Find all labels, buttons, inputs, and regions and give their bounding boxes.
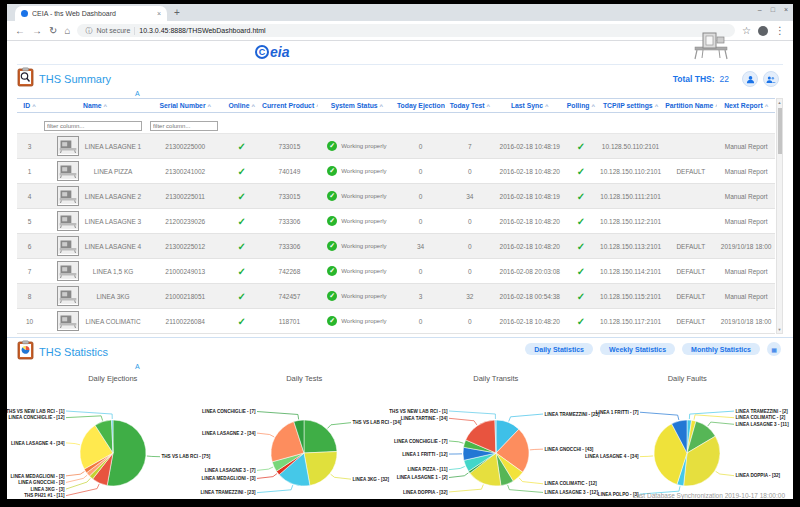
machine-thumbnail	[57, 161, 79, 181]
address-bar[interactable]: ⓘ Not secure 10.3.0.45:8888/THSWebDashbo…	[77, 24, 735, 37]
back-icon[interactable]: ←	[15, 26, 25, 36]
table-row[interactable]: 1LINEA PIZZA21300241002✓740149✓Working p…	[17, 159, 775, 184]
maximize-icon[interactable]: □	[771, 6, 775, 13]
column-header[interactable]: TCP/IP settings^	[597, 99, 664, 113]
chart-title: Daily Tests	[209, 374, 401, 383]
column-header[interactable]: Partition Name^	[664, 99, 717, 113]
forward-icon[interactable]: →	[32, 26, 42, 36]
stat-button-monthly[interactable]: Monthly Statistics	[682, 343, 760, 355]
menu-icon[interactable]: ⋮	[775, 26, 785, 36]
filter-cell	[17, 113, 42, 134]
statistics-options-button[interactable]: ▦	[767, 342, 781, 356]
column-header[interactable]: Next Report^	[717, 99, 775, 113]
column-header[interactable]: Polling^	[565, 99, 597, 113]
column-header[interactable]: Today Test^	[445, 99, 494, 113]
cell-polling: ✓	[565, 134, 597, 159]
user-button[interactable]	[742, 71, 758, 87]
sort-caret-icon[interactable]: ^	[655, 103, 659, 109]
bookmark-icon[interactable]: ☆	[742, 26, 751, 36]
filter-name-input[interactable]	[44, 121, 142, 131]
cell-tcpip: 10.128.150.113:2101	[597, 234, 664, 259]
stat-button-daily[interactable]: Daily Statistics	[525, 343, 593, 355]
status-ok-icon: ✓	[327, 266, 337, 276]
cell-next-report: Manual Report	[717, 259, 775, 284]
label-leader-line	[449, 418, 477, 425]
sort-caret-icon[interactable]: ^	[591, 103, 595, 109]
column-header[interactable]: ID^	[17, 99, 42, 113]
sort-caret-icon[interactable]: ^	[316, 103, 318, 109]
stat-button-weekly[interactable]: Weekly Statistics	[600, 343, 675, 355]
cell-next-report: Manual Report	[717, 284, 775, 309]
filter-cell	[42, 113, 148, 134]
cell-next-report: Manual Report	[717, 134, 775, 159]
cell-next-report: Manual Report	[717, 159, 775, 184]
minimize-icon[interactable]: –	[758, 6, 762, 13]
check-icon: ✓	[238, 166, 246, 177]
cell-name: LINEA LASAGNE 2	[42, 184, 148, 209]
cell-status: ✓Working properly	[318, 159, 396, 184]
new-tab-button[interactable]: +	[174, 7, 180, 18]
tab-title: CEIA - ths Web Dashboard	[32, 10, 153, 17]
info-icon[interactable]: ⓘ	[85, 26, 92, 36]
cell-ejection: 0	[396, 209, 445, 234]
column-header[interactable]: Last Sync^	[494, 99, 564, 113]
column-header[interactable]: Name^	[42, 99, 148, 113]
status-ok-icon: ✓	[327, 191, 337, 201]
sort-caret-icon[interactable]: ^	[252, 103, 256, 109]
table-row[interactable]: 6LINEA LASAGNE 421300225012✓733306✓Worki…	[17, 234, 775, 259]
machine-thumbnail	[57, 311, 79, 331]
table-row[interactable]: 7LINEA 1,5 KG21000249013✓742268✓Working …	[17, 259, 775, 284]
filter-serial-input[interactable]	[150, 121, 217, 131]
scroll-down-icon[interactable]: ▼	[777, 327, 782, 332]
table-row[interactable]: 4LINEA LASAGNE 221300225011✓733015✓Worki…	[17, 184, 775, 209]
machine-thumbnail	[57, 211, 79, 231]
home-icon[interactable]: ⌂	[64, 26, 70, 36]
tab-close-icon[interactable]: ×	[157, 10, 161, 17]
sort-caret-icon[interactable]: ^	[380, 103, 384, 109]
pie-label: LINEA CONCHIGLIE - [7]	[202, 409, 256, 414]
browser-tab[interactable]: CEIA - ths Web Dashboard ×	[15, 6, 167, 21]
url-text[interactable]: 10.3.0.45:8888/THSWebDashboard.html	[139, 27, 265, 34]
close-icon[interactable]: ×	[784, 6, 788, 13]
table-row[interactable]: 8LINEA 3KG21000218051✓742457✓Working pro…	[17, 284, 775, 309]
cell-serial: 21300225011	[148, 184, 222, 209]
machine-thumbnail	[57, 261, 79, 281]
sort-caret-icon[interactable]: ^	[32, 103, 36, 109]
cell-name: LINEA PIZZA	[42, 159, 148, 184]
cell-serial: 21300225000	[148, 134, 222, 159]
sort-caret-icon[interactable]: ^	[545, 103, 549, 109]
scroll-up-icon[interactable]: ▲	[777, 100, 782, 105]
sort-caret-icon[interactable]: ^	[104, 103, 108, 109]
table-row[interactable]: 10LINEA COLIMATIC21100226084✓118701✓Work…	[17, 309, 775, 334]
address-divider	[134, 27, 135, 35]
pie-label: LINEA COLIMATIC - [2]	[736, 415, 786, 420]
cell-last-sync: 2016-02-18 10:48:20	[494, 159, 564, 184]
summary-clipboard-icon	[17, 67, 34, 91]
scrollbar-thumb[interactable]	[778, 108, 782, 154]
table-scrollbar[interactable]: ▲ ▼	[776, 98, 783, 334]
column-header[interactable]: Serial Number^	[148, 99, 222, 113]
ceia-logo: Ceia	[255, 44, 289, 60]
profile-avatar[interactable]	[758, 26, 768, 36]
sort-caret-icon[interactable]: ^	[765, 103, 769, 109]
chart-daily-ejections: Daily EjectionsTHS VS LAB RCI - [75]THS …	[17, 372, 209, 499]
cell-online: ✓	[222, 284, 261, 309]
sort-caret-icon[interactable]: ^	[715, 103, 717, 109]
users-button[interactable]	[763, 71, 779, 87]
table-row[interactable]: 5LINEA LASAGNE 321200239026✓733306✓Worki…	[17, 209, 775, 234]
cell-partition: DEFAULT	[664, 234, 717, 259]
reload-icon[interactable]: ↻	[49, 26, 57, 36]
cell-status: ✓Working properly	[318, 284, 396, 309]
column-header[interactable]: Online^	[222, 99, 261, 113]
pie-label: LINEA PIZZA - [11]	[407, 467, 447, 472]
cell-tcpip: 10.128.150.117:2101	[597, 309, 664, 334]
check-icon: ✓	[577, 191, 585, 202]
column-header[interactable]: Current Product^	[261, 99, 318, 113]
pie-label: LINEA MEDAGLIONI - [3]	[10, 474, 64, 479]
table-row[interactable]: 3LINEA LASAGNE 121300225000✓733015✓Worki…	[17, 134, 775, 159]
sort-caret-icon[interactable]: ^	[208, 103, 212, 109]
column-header[interactable]: System Status^	[318, 99, 396, 113]
column-header[interactable]: Today Ejection^	[396, 99, 445, 113]
pie-label: LINEA LASAGNE 4 - [34]	[585, 454, 639, 459]
sort-caret-icon[interactable]: ^	[487, 103, 491, 109]
